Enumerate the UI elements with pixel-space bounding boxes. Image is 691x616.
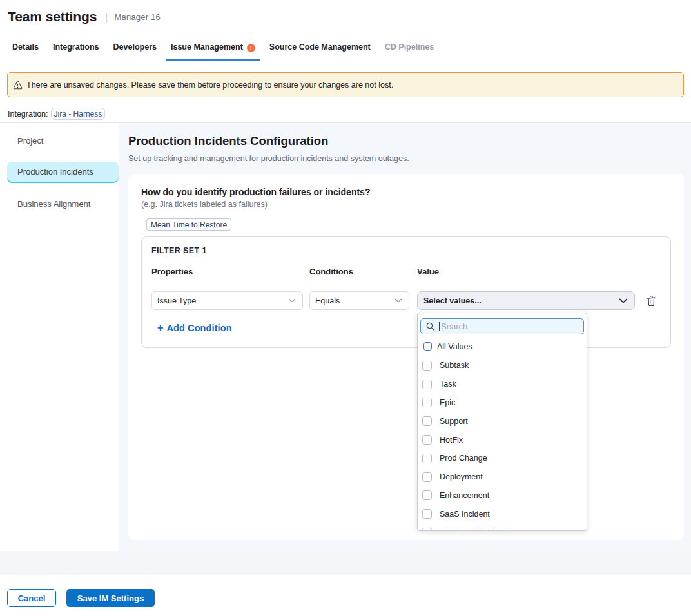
checkbox-icon[interactable] bbox=[422, 398, 432, 407]
dropdown-option-epic[interactable]: Epic bbox=[418, 394, 587, 412]
option-label: Enhancement bbox=[440, 491, 489, 500]
option-label: Prod Change bbox=[440, 454, 487, 463]
option-label: Customer Notification bbox=[440, 528, 517, 531]
search-placeholder: Search bbox=[441, 322, 467, 331]
tab-bar: Details Integrations Developers Issue Ma… bbox=[0, 34, 691, 61]
search-icon bbox=[426, 322, 434, 331]
value-multiselect[interactable]: Select values... bbox=[417, 291, 635, 310]
dropdown-option-support[interactable]: Support bbox=[418, 412, 587, 430]
footer-spacer bbox=[0, 551, 691, 575]
tab-issue-management[interactable]: Issue Management ! bbox=[166, 34, 260, 61]
incidents-config-card: How do you identify production failures … bbox=[128, 174, 684, 540]
checkbox-icon[interactable] bbox=[422, 435, 432, 445]
checkbox-icon[interactable] bbox=[423, 342, 432, 351]
option-label: SaaS Incident bbox=[440, 510, 490, 519]
tab-integrations[interactable]: Integrations bbox=[48, 34, 104, 61]
property-select[interactable]: Issue Type bbox=[151, 291, 303, 310]
option-label: Support bbox=[440, 417, 468, 426]
page-subtitle: Manager 16 bbox=[115, 12, 161, 22]
section-title: Production Incidents Configuration bbox=[128, 134, 684, 148]
text-caret bbox=[439, 322, 440, 331]
integration-row: Integration: Jira - Harness bbox=[0, 97, 691, 123]
tab-content: Project Production Incidents Business Al… bbox=[0, 122, 691, 552]
metric-chip: Mean Time to Restore bbox=[146, 218, 231, 231]
footer-bar: Cancel Save IM Settings bbox=[0, 575, 691, 616]
option-label: Deployment bbox=[440, 472, 483, 481]
dropdown-option-hotfix[interactable]: HotFix bbox=[418, 430, 587, 449]
dropdown-option-enhancement[interactable]: Enhancement bbox=[418, 486, 587, 505]
dropdown-options: All ValuesSubtaskTaskEpicSupportHotFixPr… bbox=[418, 334, 587, 531]
section-subtitle: Set up tracking and management for produ… bbox=[128, 153, 684, 164]
title-separator: | bbox=[105, 12, 108, 23]
tab-cd-pipelines: CD Pipelines bbox=[380, 34, 438, 61]
question-title: How do you identify production failures … bbox=[141, 187, 671, 198]
page-title: Team settings bbox=[8, 9, 97, 24]
option-label: All Values bbox=[437, 342, 472, 351]
integration-chip[interactable]: Jira - Harness bbox=[51, 108, 106, 120]
dropdown-option-customer-notification[interactable]: Customer Notification bbox=[418, 523, 587, 531]
plus-icon: + bbox=[157, 322, 163, 333]
checkbox-icon[interactable] bbox=[422, 361, 432, 371]
chevron-down-icon bbox=[619, 298, 628, 303]
delete-condition-button[interactable] bbox=[645, 295, 657, 307]
tab-developers[interactable]: Developers bbox=[109, 34, 161, 61]
col-properties: Properties bbox=[151, 267, 309, 276]
filter-row: Issue Type Equals Select values... bbox=[151, 291, 661, 310]
option-label: Task bbox=[440, 380, 456, 389]
checkbox-icon[interactable] bbox=[422, 490, 432, 500]
col-value: Value bbox=[417, 267, 635, 276]
filter-set-panel: FILTER SET 1 Properties Conditions Value… bbox=[141, 236, 671, 348]
trash-icon bbox=[646, 295, 657, 307]
unsaved-changes-banner: There are unsaved changes. Please save t… bbox=[7, 72, 684, 97]
unsaved-changes-badge-icon: ! bbox=[247, 44, 255, 52]
tab-details[interactable]: Details bbox=[8, 34, 43, 61]
checkbox-icon[interactable] bbox=[422, 454, 432, 463]
option-label: HotFix bbox=[440, 436, 463, 445]
dropdown-option-all-values[interactable]: All Values bbox=[418, 337, 587, 356]
add-condition-button[interactable]: + Add Condition bbox=[157, 323, 232, 347]
col-conditions: Conditions bbox=[309, 267, 417, 276]
chevron-down-icon bbox=[394, 298, 402, 303]
checkbox-icon[interactable] bbox=[422, 380, 432, 389]
sidebar-item-production-incidents[interactable]: Production Incidents bbox=[7, 162, 119, 183]
condition-select[interactable]: Equals bbox=[309, 291, 409, 310]
save-im-settings-button[interactable]: Save IM Settings bbox=[66, 589, 155, 607]
option-label: Subtask bbox=[440, 361, 469, 370]
page-header: Team settings | Manager 16 bbox=[0, 0, 691, 34]
dropdown-option-saas-incident[interactable]: SaaS Incident bbox=[418, 505, 587, 523]
dropdown-search-box[interactable]: Search bbox=[420, 318, 584, 334]
question-hint: (e.g. Jira tickets labeled as failures) bbox=[141, 200, 671, 209]
cancel-button[interactable]: Cancel bbox=[7, 589, 56, 607]
integration-label: Integration: bbox=[8, 110, 48, 119]
filter-set-title: FILTER SET 1 bbox=[151, 246, 661, 256]
banner-text: There are unsaved changes. Please save t… bbox=[26, 81, 393, 90]
value-dropdown-popover: Search All ValuesSubtaskTaskEpicSupportH… bbox=[417, 313, 587, 531]
checkbox-icon[interactable] bbox=[422, 509, 432, 519]
chevron-down-icon bbox=[288, 298, 296, 303]
filter-column-headers: Properties Conditions Value bbox=[151, 267, 661, 276]
checkbox-icon[interactable] bbox=[422, 416, 432, 426]
dropdown-option-subtask[interactable]: Subtask bbox=[418, 356, 587, 375]
main-panel: Production Incidents Configuration Set u… bbox=[120, 123, 691, 551]
dropdown-option-task[interactable]: Task bbox=[418, 375, 587, 394]
option-label: Epic bbox=[440, 398, 455, 407]
checkbox-icon[interactable] bbox=[422, 472, 432, 482]
sidebar-item-business-alignment[interactable]: Business Alignment bbox=[7, 193, 119, 215]
sidebar-item-project[interactable]: Project bbox=[7, 130, 119, 151]
tab-source-code-management[interactable]: Source Code Management bbox=[265, 34, 375, 61]
dropdown-option-prod-change[interactable]: Prod Change bbox=[418, 449, 587, 468]
settings-sidebar: Project Production Incidents Business Al… bbox=[0, 123, 119, 551]
checkbox-icon[interactable] bbox=[422, 528, 432, 531]
dropdown-option-deployment[interactable]: Deployment bbox=[418, 468, 587, 486]
warning-triangle-icon bbox=[13, 81, 23, 90]
